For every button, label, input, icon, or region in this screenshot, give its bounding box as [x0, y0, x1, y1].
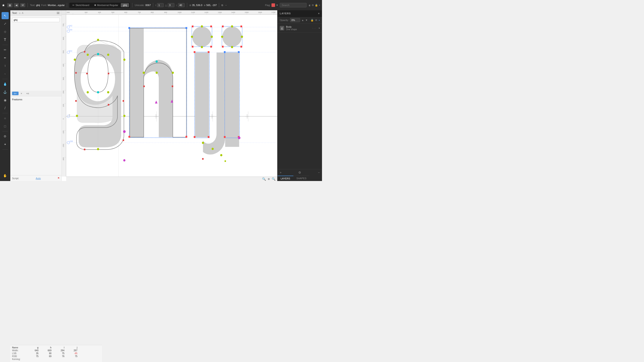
- opacity-icon-header: ◐: [309, 4, 311, 6]
- angle-input[interactable]: [168, 3, 174, 7]
- mode-button[interactable]: M: [20, 3, 25, 7]
- circle-tool[interactable]: ○: [2, 115, 9, 122]
- transform-tool[interactable]: ⤢: [2, 20, 9, 27]
- settings-icon[interactable]: ⚙: [315, 19, 317, 22]
- opacity-stepper-up[interactable]: ▲: [302, 19, 304, 21]
- arrow-icon[interactable]: →: [224, 4, 227, 6]
- svg-rect-122: [195, 52, 209, 137]
- lock-icon-header[interactable]: 🔒: [315, 4, 318, 7]
- star-shape-tool[interactable]: ✦: [2, 141, 9, 148]
- height-input[interactable]: [178, 3, 185, 7]
- hand-tool[interactable]: ✋: [2, 172, 9, 179]
- font-label: Font:: [41, 4, 47, 6]
- layout-button[interactable]: ▦: [7, 3, 12, 7]
- svg-text:300: 300: [62, 77, 64, 80]
- close-panel-icon[interactable]: ×: [318, 12, 320, 15]
- remove-layer-button[interactable]: −: [318, 171, 320, 174]
- svg-text:300: 300: [84, 11, 88, 13]
- right-panel-tabs: LAYERS SHAPES: [278, 176, 322, 181]
- canvas-content[interactable]: 742 700 532 0 -194: [66, 15, 277, 177]
- svg-rect-80: [75, 72, 77, 73]
- lock-icon[interactable]: 🔒: [310, 19, 314, 22]
- svg-rect-148: [222, 46, 224, 48]
- top-bar: ★ ▦ ◀ M Text: ghij Font: Montse...egular…: [0, 0, 322, 10]
- opacity-stepper-down[interactable]: ▼: [305, 19, 308, 21]
- script-value[interactable]: Auto: [36, 177, 41, 180]
- layers-panel-header: LAYERS ×: [278, 10, 322, 17]
- flag-dropdown-icon[interactable]: ▼: [276, 4, 278, 6]
- angle-field: △: [165, 3, 174, 7]
- svg-text:500: 500: [111, 11, 114, 13]
- panel-tab-plus-n[interactable]: +n: [24, 92, 31, 95]
- size-input[interactable]: [157, 3, 164, 7]
- svg-text:700: 700: [138, 11, 141, 13]
- svg-rect-110: [128, 27, 130, 29]
- panel-a-small[interactable]: a: [19, 12, 20, 14]
- add-layer-button[interactable]: +: [280, 171, 282, 174]
- close-window-icon[interactable]: ×: [319, 4, 320, 6]
- left-toolbar: ↖ ⤢ ⊹ T ✏ ✒ ⌇ ~ 💧 ⚓ ◉ / ○ □ ⚙ ✦ ✋: [0, 10, 10, 181]
- rectangle-tool[interactable]: □: [2, 123, 9, 130]
- zoom-out-button[interactable]: 🔍: [262, 177, 266, 181]
- gear-tool[interactable]: ⚙: [2, 133, 9, 140]
- separator-4: [153, 3, 153, 7]
- tab-shapes[interactable]: SHAPES: [294, 176, 310, 181]
- active-indicator: ●: [319, 19, 320, 21]
- zoom-fit-button[interactable]: ⊕: [268, 177, 270, 181]
- montserrat-icon: ✱: [94, 4, 96, 7]
- svg-rect-84: [84, 149, 86, 150]
- eyedropper-tool[interactable]: 💧: [2, 80, 9, 88]
- panel-a-caps[interactable]: A: [22, 12, 24, 14]
- right-panel-empty: [278, 33, 322, 169]
- svg-rect-83: [122, 139, 124, 141]
- tab-montserrat[interactable]: ✱ Montserrat Regular: [92, 3, 120, 7]
- panel-tab-n-plus[interactable]: n+: [12, 92, 18, 95]
- measure-tool[interactable]: ⊹: [2, 28, 9, 35]
- smooth-tool[interactable]: ~: [2, 70, 9, 77]
- star-icon[interactable]: ★: [2, 3, 5, 7]
- svg-rect-96: [108, 73, 109, 74]
- knife-tool[interactable]: /: [2, 105, 9, 112]
- tab-ghij[interactable]: ghij: [121, 3, 129, 7]
- svg-text:500: 500: [62, 50, 64, 53]
- text-tool[interactable]: T: [2, 36, 9, 43]
- panel-text-content: [10, 16, 62, 91]
- brush-tool[interactable]: ⌇: [2, 62, 9, 69]
- layer-settings-button[interactable]: ⚙: [298, 171, 301, 174]
- flag-script-icon[interactable]: ⚑: [58, 177, 60, 180]
- svg-text:800: 800: [151, 11, 154, 13]
- anchor-tool[interactable]: ⚓: [2, 88, 9, 96]
- tab-sketchboard[interactable]: ✏ Sketchboard: [70, 3, 92, 7]
- flag-color-indicator[interactable]: [272, 3, 275, 7]
- svg-rect-132: [192, 46, 194, 48]
- zoom-in-button[interactable]: 🔍: [272, 177, 276, 181]
- layer-item-body[interactable]: g Body One shape · · · ●: [278, 24, 322, 33]
- svg-rect-141: [224, 51, 226, 53]
- separator-3: [132, 3, 132, 7]
- back-button[interactable]: ◀: [14, 3, 19, 7]
- add-text-button[interactable]: +: [56, 12, 60, 14]
- separator-6: [219, 3, 219, 7]
- coords-icon: ⊞: [190, 4, 191, 6]
- panel-tab-close[interactable]: ×: [19, 92, 24, 95]
- search-input[interactable]: [280, 3, 306, 7]
- svg-rect-131: [210, 25, 212, 27]
- text-content-input[interactable]: [12, 18, 60, 22]
- fill-tool[interactable]: ◉: [2, 96, 9, 104]
- select-tool[interactable]: ↖: [2, 12, 9, 19]
- opacity-input[interactable]: [290, 18, 300, 22]
- svg-point-134: [201, 25, 203, 27]
- stack-icon[interactable]: ⧉: [222, 4, 223, 7]
- size-field: Ⅰ: [156, 3, 164, 7]
- svg-text:1500: 1500: [245, 11, 249, 13]
- pen-tool[interactable]: ✒: [2, 54, 9, 61]
- tab-sketchboard-label: Sketchboard: [75, 4, 89, 6]
- glyph-g: [74, 39, 126, 162]
- pencil-tool[interactable]: ✏: [2, 46, 9, 53]
- settings-icon-header[interactable]: ⚙: [312, 4, 314, 7]
- canvas-area[interactable]: 200 300 400 500 600 700 800: [62, 10, 277, 181]
- svg-rect-118: [143, 86, 145, 87]
- main-layout: ↖ ⤢ ⊹ T ✏ ✒ ⌇ ~ 💧 ⚓ ◉ / ○ □ ⚙ ✦ ✋ Text: …: [0, 10, 322, 181]
- svg-point-87: [123, 58, 126, 61]
- tab-layers[interactable]: LAYERS: [278, 176, 294, 181]
